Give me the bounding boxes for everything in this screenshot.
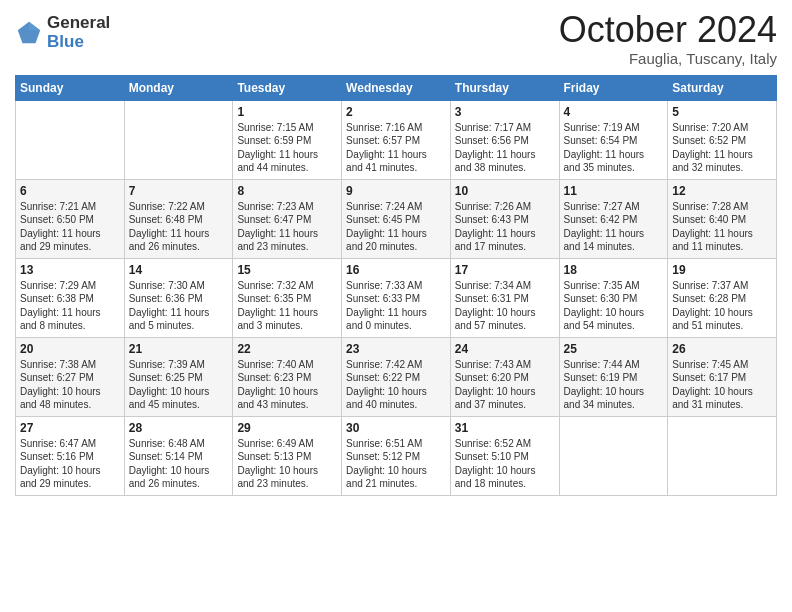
day-header-monday: Monday xyxy=(124,75,233,100)
calendar-cell: 11Sunrise: 7:27 AM Sunset: 6:42 PM Dayli… xyxy=(559,179,668,258)
day-number: 24 xyxy=(455,342,555,356)
day-header-sunday: Sunday xyxy=(16,75,125,100)
calendar-cell: 21Sunrise: 7:39 AM Sunset: 6:25 PM Dayli… xyxy=(124,337,233,416)
location-title: Fauglia, Tuscany, Italy xyxy=(559,50,777,67)
day-number: 22 xyxy=(237,342,337,356)
cell-info: Sunrise: 7:43 AM Sunset: 6:20 PM Dayligh… xyxy=(455,358,555,412)
calendar-cell: 9Sunrise: 7:24 AM Sunset: 6:45 PM Daylig… xyxy=(342,179,451,258)
calendar-cell: 28Sunrise: 6:48 AM Sunset: 5:14 PM Dayli… xyxy=(124,416,233,495)
cell-info: Sunrise: 7:39 AM Sunset: 6:25 PM Dayligh… xyxy=(129,358,229,412)
calendar-cell: 27Sunrise: 6:47 AM Sunset: 5:16 PM Dayli… xyxy=(16,416,125,495)
day-number: 17 xyxy=(455,263,555,277)
day-number: 10 xyxy=(455,184,555,198)
calendar-header-row: SundayMondayTuesdayWednesdayThursdayFrid… xyxy=(16,75,777,100)
calendar-week-4: 27Sunrise: 6:47 AM Sunset: 5:16 PM Dayli… xyxy=(16,416,777,495)
calendar-cell: 6Sunrise: 7:21 AM Sunset: 6:50 PM Daylig… xyxy=(16,179,125,258)
calendar-cell: 18Sunrise: 7:35 AM Sunset: 6:30 PM Dayli… xyxy=(559,258,668,337)
day-number: 14 xyxy=(129,263,229,277)
calendar-cell: 26Sunrise: 7:45 AM Sunset: 6:17 PM Dayli… xyxy=(668,337,777,416)
header: General Blue October 2024 Fauglia, Tusca… xyxy=(15,10,777,67)
calendar-week-0: 1Sunrise: 7:15 AM Sunset: 6:59 PM Daylig… xyxy=(16,100,777,179)
calendar-cell: 30Sunrise: 6:51 AM Sunset: 5:12 PM Dayli… xyxy=(342,416,451,495)
calendar-cell: 14Sunrise: 7:30 AM Sunset: 6:36 PM Dayli… xyxy=(124,258,233,337)
page: General Blue October 2024 Fauglia, Tusca… xyxy=(0,0,792,612)
day-number: 28 xyxy=(129,421,229,435)
calendar-cell: 17Sunrise: 7:34 AM Sunset: 6:31 PM Dayli… xyxy=(450,258,559,337)
day-header-friday: Friday xyxy=(559,75,668,100)
title-block: October 2024 Fauglia, Tuscany, Italy xyxy=(559,10,777,67)
day-number: 13 xyxy=(20,263,120,277)
day-number: 15 xyxy=(237,263,337,277)
cell-info: Sunrise: 7:45 AM Sunset: 6:17 PM Dayligh… xyxy=(672,358,772,412)
calendar-cell: 24Sunrise: 7:43 AM Sunset: 6:20 PM Dayli… xyxy=(450,337,559,416)
cell-info: Sunrise: 7:34 AM Sunset: 6:31 PM Dayligh… xyxy=(455,279,555,333)
cell-info: Sunrise: 7:30 AM Sunset: 6:36 PM Dayligh… xyxy=(129,279,229,333)
day-number: 23 xyxy=(346,342,446,356)
cell-info: Sunrise: 7:44 AM Sunset: 6:19 PM Dayligh… xyxy=(564,358,664,412)
cell-info: Sunrise: 6:47 AM Sunset: 5:16 PM Dayligh… xyxy=(20,437,120,491)
cell-info: Sunrise: 7:32 AM Sunset: 6:35 PM Dayligh… xyxy=(237,279,337,333)
calendar-cell xyxy=(16,100,125,179)
calendar-cell: 16Sunrise: 7:33 AM Sunset: 6:33 PM Dayli… xyxy=(342,258,451,337)
calendar-cell: 7Sunrise: 7:22 AM Sunset: 6:48 PM Daylig… xyxy=(124,179,233,258)
logo-blue: Blue xyxy=(47,33,110,52)
cell-info: Sunrise: 7:27 AM Sunset: 6:42 PM Dayligh… xyxy=(564,200,664,254)
cell-info: Sunrise: 7:40 AM Sunset: 6:23 PM Dayligh… xyxy=(237,358,337,412)
day-number: 16 xyxy=(346,263,446,277)
calendar-cell xyxy=(124,100,233,179)
calendar-week-2: 13Sunrise: 7:29 AM Sunset: 6:38 PM Dayli… xyxy=(16,258,777,337)
cell-info: Sunrise: 7:19 AM Sunset: 6:54 PM Dayligh… xyxy=(564,121,664,175)
month-title: October 2024 xyxy=(559,10,777,50)
cell-info: Sunrise: 7:28 AM Sunset: 6:40 PM Dayligh… xyxy=(672,200,772,254)
day-number: 30 xyxy=(346,421,446,435)
calendar-cell: 19Sunrise: 7:37 AM Sunset: 6:28 PM Dayli… xyxy=(668,258,777,337)
cell-info: Sunrise: 7:20 AM Sunset: 6:52 PM Dayligh… xyxy=(672,121,772,175)
cell-info: Sunrise: 7:22 AM Sunset: 6:48 PM Dayligh… xyxy=(129,200,229,254)
cell-info: Sunrise: 7:42 AM Sunset: 6:22 PM Dayligh… xyxy=(346,358,446,412)
cell-info: Sunrise: 7:23 AM Sunset: 6:47 PM Dayligh… xyxy=(237,200,337,254)
cell-info: Sunrise: 7:38 AM Sunset: 6:27 PM Dayligh… xyxy=(20,358,120,412)
calendar-cell: 12Sunrise: 7:28 AM Sunset: 6:40 PM Dayli… xyxy=(668,179,777,258)
cell-info: Sunrise: 7:15 AM Sunset: 6:59 PM Dayligh… xyxy=(237,121,337,175)
day-number: 7 xyxy=(129,184,229,198)
day-number: 21 xyxy=(129,342,229,356)
day-number: 20 xyxy=(20,342,120,356)
day-number: 4 xyxy=(564,105,664,119)
calendar-cell: 25Sunrise: 7:44 AM Sunset: 6:19 PM Dayli… xyxy=(559,337,668,416)
cell-info: Sunrise: 6:51 AM Sunset: 5:12 PM Dayligh… xyxy=(346,437,446,491)
day-number: 31 xyxy=(455,421,555,435)
day-number: 19 xyxy=(672,263,772,277)
day-header-saturday: Saturday xyxy=(668,75,777,100)
logo-text: General Blue xyxy=(47,14,110,51)
calendar-cell: 10Sunrise: 7:26 AM Sunset: 6:43 PM Dayli… xyxy=(450,179,559,258)
calendar: SundayMondayTuesdayWednesdayThursdayFrid… xyxy=(15,75,777,496)
cell-info: Sunrise: 6:49 AM Sunset: 5:13 PM Dayligh… xyxy=(237,437,337,491)
day-number: 27 xyxy=(20,421,120,435)
cell-info: Sunrise: 7:17 AM Sunset: 6:56 PM Dayligh… xyxy=(455,121,555,175)
cell-info: Sunrise: 7:24 AM Sunset: 6:45 PM Dayligh… xyxy=(346,200,446,254)
day-header-tuesday: Tuesday xyxy=(233,75,342,100)
day-number: 12 xyxy=(672,184,772,198)
logo-icon xyxy=(15,19,43,47)
day-number: 29 xyxy=(237,421,337,435)
cell-info: Sunrise: 7:21 AM Sunset: 6:50 PM Dayligh… xyxy=(20,200,120,254)
calendar-week-1: 6Sunrise: 7:21 AM Sunset: 6:50 PM Daylig… xyxy=(16,179,777,258)
calendar-cell xyxy=(559,416,668,495)
calendar-cell: 15Sunrise: 7:32 AM Sunset: 6:35 PM Dayli… xyxy=(233,258,342,337)
calendar-cell: 29Sunrise: 6:49 AM Sunset: 5:13 PM Dayli… xyxy=(233,416,342,495)
day-number: 18 xyxy=(564,263,664,277)
day-header-wednesday: Wednesday xyxy=(342,75,451,100)
day-number: 5 xyxy=(672,105,772,119)
day-number: 6 xyxy=(20,184,120,198)
calendar-cell xyxy=(668,416,777,495)
calendar-cell: 13Sunrise: 7:29 AM Sunset: 6:38 PM Dayli… xyxy=(16,258,125,337)
day-number: 8 xyxy=(237,184,337,198)
svg-marker-1 xyxy=(29,21,40,29)
calendar-cell: 22Sunrise: 7:40 AM Sunset: 6:23 PM Dayli… xyxy=(233,337,342,416)
cell-info: Sunrise: 7:37 AM Sunset: 6:28 PM Dayligh… xyxy=(672,279,772,333)
cell-info: Sunrise: 7:16 AM Sunset: 6:57 PM Dayligh… xyxy=(346,121,446,175)
cell-info: Sunrise: 6:52 AM Sunset: 5:10 PM Dayligh… xyxy=(455,437,555,491)
logo: General Blue xyxy=(15,14,110,51)
calendar-cell: 20Sunrise: 7:38 AM Sunset: 6:27 PM Dayli… xyxy=(16,337,125,416)
day-number: 1 xyxy=(237,105,337,119)
